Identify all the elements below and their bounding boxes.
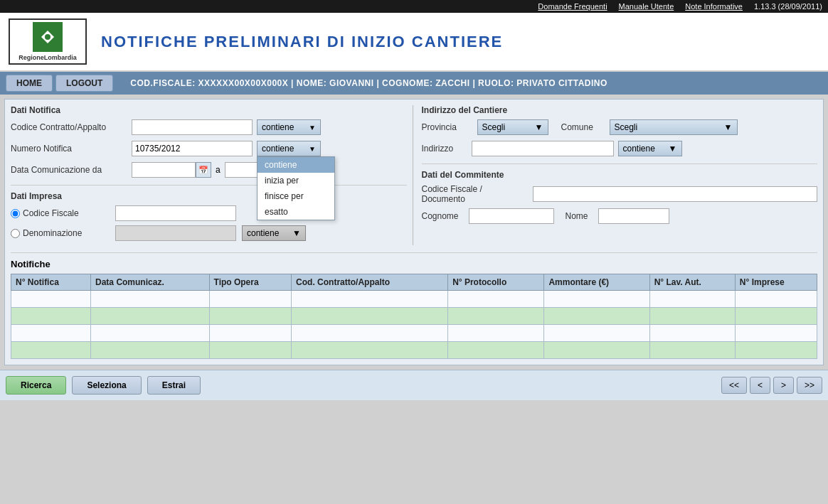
cell-imprese <box>735 342 817 359</box>
col-data: Data Comunicaz. <box>91 274 209 291</box>
logo-icon <box>33 22 63 52</box>
filter-option-inizia[interactable]: inizia per <box>258 173 334 188</box>
cell-ammontare <box>544 325 649 342</box>
cell-imprese <box>735 291 817 308</box>
indirizzo-label: Indirizzo <box>422 144 472 154</box>
logout-button[interactable]: LOGOUT <box>55 75 113 92</box>
domande-frequenti-link[interactable]: Domande Frequenti <box>538 2 607 11</box>
provincia-label: Provincia <box>422 122 472 132</box>
cell-contratto <box>292 325 448 342</box>
prev-page-button[interactable]: < <box>750 377 770 394</box>
codice-fiscale-radio-row: Codice Fiscale <box>11 205 407 221</box>
cell-lav <box>649 342 735 359</box>
cell-data <box>91 325 209 342</box>
denominazione-filter-label: contiene <box>247 228 279 238</box>
col-tipo: Tipo Opera <box>209 274 292 291</box>
denominazione-filter[interactable]: contiene ▼ <box>242 225 306 241</box>
seleziona-button[interactable]: Seleziona <box>72 376 141 395</box>
codice-fiscale-impresa-input[interactable] <box>115 205 236 221</box>
cell-ammontare <box>544 342 649 359</box>
table-row[interactable] <box>11 342 817 359</box>
cell-notifica <box>11 308 91 325</box>
indirizzo-input[interactable] <box>472 141 614 156</box>
table-row[interactable] <box>11 308 817 325</box>
cell-protocollo <box>448 325 544 342</box>
dati-committente-section: Dati del Commitente Codice Fiscale / Doc… <box>422 163 818 224</box>
filter-option-finisce[interactable]: finisce per <box>258 188 334 204</box>
cell-tipo <box>209 291 292 308</box>
filter-option-esatto[interactable]: esatto <box>258 204 334 220</box>
cell-imprese <box>735 325 817 342</box>
notifiche-header-row: N° Notifica Data Comunicaz. Tipo Opera C… <box>11 274 817 291</box>
note-informative-link[interactable]: Note Informative <box>685 2 743 11</box>
cell-imprese <box>735 308 817 325</box>
numero-notifica-input[interactable] <box>132 141 253 156</box>
cell-lav <box>649 291 735 308</box>
committente-cf-input[interactable] <box>533 186 818 202</box>
logo-box: RegioneLombardia <box>9 18 87 65</box>
cell-lav <box>649 308 735 325</box>
numero-notifica-filter[interactable]: contiene ▼ <box>257 141 321 156</box>
dati-impresa-section: Dati Impresa Codice Fiscale Denominazion… <box>11 185 407 241</box>
committente-cognome-row: Cognome Nome <box>422 208 818 224</box>
codice-contratto-input[interactable] <box>132 119 253 135</box>
cell-data <box>91 291 209 308</box>
estrai-button[interactable]: Estrai <box>147 376 201 395</box>
pagination: << < > >> <box>721 377 822 394</box>
svg-point-1 <box>45 34 51 40</box>
codice-contratto-filter[interactable]: contiene ▼ <box>257 119 321 135</box>
cell-tipo <box>209 325 292 342</box>
data-comunicazione-label: Data Comunicazione da <box>11 165 132 175</box>
comune-dropdown[interactable]: Scegli ▼ <box>610 119 738 135</box>
next-page-button[interactable]: > <box>773 377 794 394</box>
cognome-input[interactable] <box>469 208 554 224</box>
nome-input[interactable] <box>598 208 669 224</box>
filter-dropdown-menu: contiene inizia per finisce per esatto <box>257 156 335 220</box>
home-button[interactable]: HOME <box>6 75 53 92</box>
header: RegioneLombardia NOTIFICHE PRELIMINARI D… <box>0 13 828 72</box>
calendar-da-button[interactable]: 📅 <box>196 162 211 178</box>
form-right: Indirizzo del Cantiere Provincia Scegli … <box>413 105 818 245</box>
provincia-dropdown[interactable]: Scegli ▼ <box>477 119 548 135</box>
codice-contratto-row: Codice Contratto/Appalto contiene ▼ <box>11 119 407 135</box>
committente-cf-row: Codice Fiscale / Documento <box>422 184 818 204</box>
notifiche-tbody <box>11 291 817 359</box>
denominazione-radio[interactable] <box>11 229 20 238</box>
denominazione-radio-label: Denominazione <box>23 228 115 238</box>
manuale-utente-link[interactable]: Manuale Utente <box>619 2 674 11</box>
notifiche-title: Notifiche <box>11 259 817 269</box>
version-text: 1.13.3 (28/09/2011) <box>754 2 822 11</box>
cell-notifica <box>11 325 91 342</box>
table-row[interactable] <box>11 291 817 308</box>
cell-contratto <box>292 342 448 359</box>
cell-protocollo <box>448 291 544 308</box>
ricerca-button[interactable]: Ricerca <box>6 376 66 395</box>
indirizzo-filter[interactable]: contiene ▼ <box>618 141 682 156</box>
nome-label: Nome <box>566 211 594 221</box>
col-notifica: N° Notifica <box>11 274 91 291</box>
cell-lav <box>649 325 735 342</box>
cell-notifica <box>11 291 91 308</box>
dati-notifica-title: Dati Notifica <box>11 105 407 115</box>
user-info: COD.FISCALE: XXXXXX00X00X000X | NOME: GI… <box>130 78 607 88</box>
first-page-button[interactable]: << <box>721 377 747 394</box>
codice-contratto-filter-label: contiene <box>262 122 294 132</box>
cell-contratto <box>292 308 448 325</box>
codice-contratto-label: Codice Contratto/Appalto <box>11 122 132 132</box>
codice-contratto-filter-arrow: ▼ <box>309 124 316 132</box>
table-row[interactable] <box>11 325 817 342</box>
last-page-button[interactable]: >> <box>797 377 822 394</box>
comune-value: Scegli <box>615 122 638 132</box>
filter-option-contiene[interactable]: contiene <box>258 157 334 173</box>
col-contratto: Cod. Contratto/Appalto <box>292 274 448 291</box>
provincia-arrow: ▼ <box>535 122 543 132</box>
col-imprese: N° Imprese <box>735 274 817 291</box>
data-comunicazione-row: Data Comunicazione da 📅 a <box>11 162 407 178</box>
data-da-input[interactable] <box>132 162 196 178</box>
denominazione-input[interactable] <box>115 225 236 241</box>
provincia-comune-row: Provincia Scegli ▼ Comune Scegli ▼ <box>422 119 818 135</box>
codice-fiscale-radio[interactable] <box>11 209 20 218</box>
cell-tipo <box>209 342 292 359</box>
denominazione-radio-row: Denominazione contiene ▼ <box>11 225 407 241</box>
cell-ammontare <box>544 291 649 308</box>
